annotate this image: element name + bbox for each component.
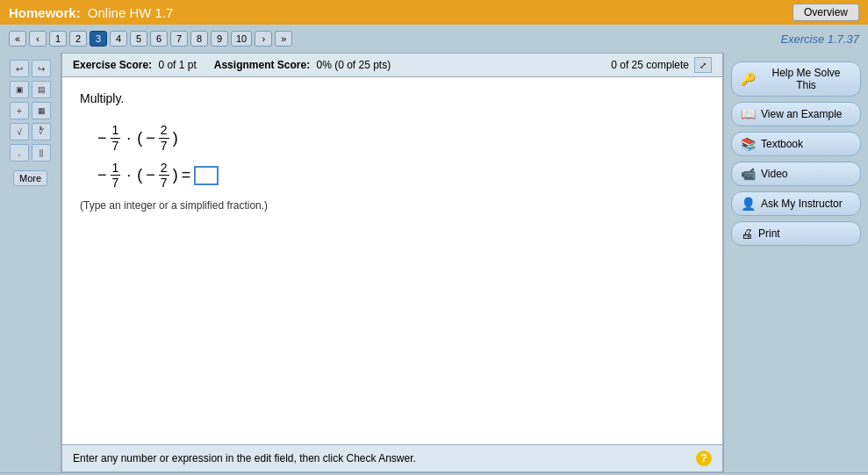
nav-page-5[interactable]: 5 bbox=[130, 31, 147, 47]
open-paren-a: ( bbox=[137, 166, 142, 184]
nav-page-4[interactable]: 4 bbox=[110, 31, 127, 47]
textbook-button[interactable]: 📚 Textbook bbox=[731, 132, 861, 156]
neg-sign-2: − bbox=[146, 129, 155, 148]
status-bar: Enter any number or expression in the ed… bbox=[62, 444, 722, 471]
nav-prev[interactable]: ‹ bbox=[29, 31, 47, 47]
nav-page-7[interactable]: 7 bbox=[170, 31, 188, 47]
toolbar-row-4: √ ∛ bbox=[10, 123, 51, 140]
exercise-score-label: Exercise Score: 0 of 1 pt bbox=[73, 59, 197, 71]
more-button[interactable]: More bbox=[13, 170, 47, 186]
view-example-label: View an Example bbox=[761, 108, 843, 120]
dot-operator: · bbox=[126, 129, 131, 148]
hint-text: (Type an integer or a simplified fractio… bbox=[80, 199, 705, 212]
complete-area: 0 of 25 complete ⤢ bbox=[611, 57, 712, 73]
tb-plus[interactable]: + bbox=[10, 102, 29, 119]
nav-page-6[interactable]: 6 bbox=[150, 31, 168, 47]
score-bar: Exercise Score: 0 of 1 pt Assignment Sco… bbox=[62, 54, 722, 77]
homework-title: Homework: Online HW 1.7 bbox=[9, 5, 173, 20]
print-button[interactable]: 🖨 Print bbox=[731, 221, 861, 246]
nav-page-2[interactable]: 2 bbox=[69, 31, 87, 47]
fraction-2: 2 7 bbox=[159, 123, 169, 154]
neg-sign-a: − bbox=[97, 166, 107, 184]
tb-comma[interactable]: , bbox=[10, 144, 29, 162]
status-message: Enter any number or expression in the ed… bbox=[73, 452, 416, 464]
main-area: ↩ ↪ ▣ ▤ + ▦ √ ∛ , || More Exercise Score… bbox=[0, 53, 868, 472]
video-icon: 📹 bbox=[741, 167, 756, 181]
close-paren-b: ) bbox=[173, 166, 178, 184]
top-bar: Homework: Online HW 1.7 Overview bbox=[0, 0, 868, 25]
ask-instructor-label: Ask My Instructor bbox=[761, 198, 843, 210]
toolbar-row-3: + ▦ bbox=[10, 102, 51, 119]
book-open-icon: 📖 bbox=[741, 107, 756, 121]
right-panel: 🔑 Help Me Solve This 📖 View an Example 📚… bbox=[723, 53, 868, 472]
help-me-solve-label: Help Me Solve This bbox=[761, 67, 851, 91]
ask-instructor-button[interactable]: 👤 Ask My Instructor bbox=[731, 191, 861, 216]
equals-sign: = bbox=[182, 166, 191, 184]
nav-page-9[interactable]: 9 bbox=[211, 31, 228, 47]
tb-redo[interactable]: ↪ bbox=[32, 60, 51, 77]
key-icon: 🔑 bbox=[741, 72, 756, 86]
tb-op2[interactable]: ▦ bbox=[32, 102, 51, 119]
problem-content: Multiply. − 1 7 · ( − 2 7 ) − bbox=[62, 77, 722, 444]
print-label: Print bbox=[758, 227, 780, 240]
nav-last[interactable]: » bbox=[275, 31, 292, 47]
fraction-equation: − 1 7 · ( − 2 7 ) bbox=[97, 123, 705, 154]
nav-page-8[interactable]: 8 bbox=[190, 31, 208, 47]
tb-undo[interactable]: ↩ bbox=[10, 60, 29, 77]
help-icon[interactable]: ? bbox=[696, 450, 712, 466]
tb-cbrt[interactable]: ∛ bbox=[32, 123, 51, 140]
expand-button[interactable]: ⤢ bbox=[694, 57, 712, 73]
nav-next[interactable]: › bbox=[255, 31, 272, 47]
person-icon: 👤 bbox=[741, 197, 756, 211]
exercise-score-value: 0 of 1 pt bbox=[158, 59, 196, 71]
toolbar-row-5: , || bbox=[10, 144, 51, 162]
exercise-area: Exercise Score: 0 of 1 pt Assignment Sco… bbox=[61, 53, 723, 472]
overview-button[interactable]: Overview bbox=[793, 4, 859, 21]
close-paren: ) bbox=[173, 129, 178, 148]
nav-left: « ‹ 1 2 3 4 5 6 7 8 9 10 › » bbox=[9, 31, 292, 47]
multiply-label: Multiply. bbox=[80, 91, 705, 105]
textbook-icon: 📚 bbox=[741, 137, 756, 151]
tb-frac1[interactable]: ▣ bbox=[10, 81, 29, 98]
neg-sign-b: − bbox=[146, 166, 155, 184]
fraction-b: 2 7 bbox=[159, 161, 169, 191]
printer-icon: 🖨 bbox=[741, 227, 753, 241]
answer-line: − 1 7 · ( − 2 7 ) = bbox=[97, 161, 705, 191]
nav-bar: « ‹ 1 2 3 4 5 6 7 8 9 10 › » Exercise 1.… bbox=[0, 25, 868, 53]
toolbar-row-1: ↩ ↪ bbox=[10, 60, 51, 77]
video-button[interactable]: 📹 Video bbox=[731, 162, 861, 186]
toolbar-row-2: ▣ ▤ bbox=[10, 81, 51, 98]
left-toolbar: ↩ ↪ ▣ ▤ + ▦ √ ∛ , || More bbox=[0, 53, 61, 472]
help-me-solve-button[interactable]: 🔑 Help Me Solve This bbox=[731, 61, 861, 97]
nav-first[interactable]: « bbox=[9, 31, 26, 47]
assignment-score-label: Assignment Score: 0% (0 of 25 pts) bbox=[214, 59, 391, 71]
tb-frac2[interactable]: ▤ bbox=[32, 81, 51, 98]
exercise-label: Exercise 1.7.37 bbox=[780, 32, 859, 46]
neg-sign-1: − bbox=[97, 129, 107, 148]
nav-page-10[interactable]: 10 bbox=[231, 31, 252, 47]
hw-title: Online HW 1.7 bbox=[88, 5, 174, 20]
complete-label: 0 of 25 complete bbox=[611, 59, 689, 71]
assignment-score-value: 0% (0 of 25 pts) bbox=[316, 59, 391, 71]
fraction-a: 1 7 bbox=[111, 161, 121, 191]
dot-a: · bbox=[126, 166, 131, 184]
open-paren: ( bbox=[137, 129, 142, 148]
tb-pipe[interactable]: || bbox=[32, 144, 51, 162]
fraction-1: 1 7 bbox=[111, 123, 121, 154]
tb-sqrt[interactable]: √ bbox=[10, 123, 29, 140]
view-example-button[interactable]: 📖 View an Example bbox=[731, 102, 861, 126]
nav-page-1[interactable]: 1 bbox=[49, 31, 67, 47]
textbook-label: Textbook bbox=[761, 138, 803, 150]
nav-page-3[interactable]: 3 bbox=[90, 31, 107, 47]
video-label: Video bbox=[761, 168, 787, 180]
answer-input[interactable] bbox=[194, 166, 219, 185]
homework-label: Homework: bbox=[9, 5, 81, 20]
